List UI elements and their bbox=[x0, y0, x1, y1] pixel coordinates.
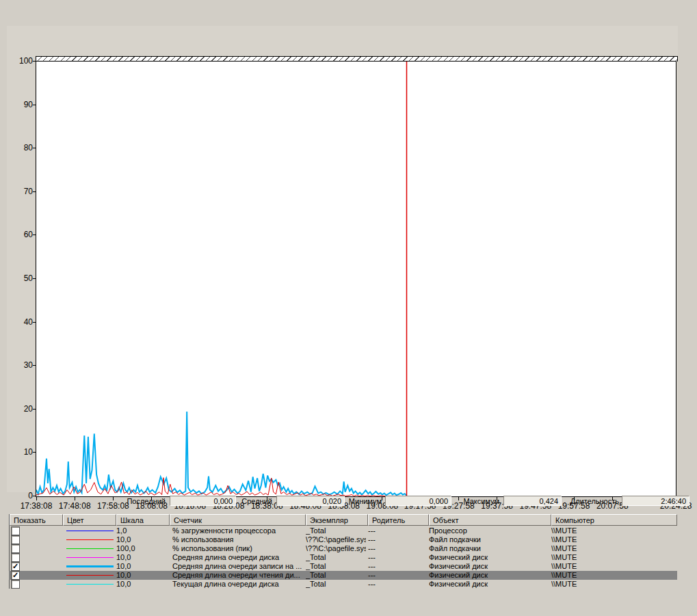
y-axis-tick bbox=[33, 235, 36, 235]
counter-cell-object: Файл подкачки bbox=[429, 544, 549, 553]
y-axis-tick bbox=[33, 365, 36, 366]
counter-cell-counter: Средняя длина очереди диска bbox=[172, 553, 304, 562]
counter-row[interactable]: ✓10,0Средняя длина очереди чтения ди..._… bbox=[9, 571, 677, 580]
counter-cell-scale: 1,0 bbox=[116, 526, 161, 535]
column-header-scale[interactable]: Шкала bbox=[116, 514, 170, 526]
counter-cell-parent: --- bbox=[368, 562, 427, 571]
stat-last-label: Последний bbox=[103, 497, 166, 507]
counter-cell-object: Физический диск bbox=[429, 580, 549, 589]
counter-cell-object: Физический диск bbox=[429, 562, 549, 571]
counter-color-line bbox=[66, 548, 114, 549]
y-axis-tick bbox=[33, 191, 36, 192]
column-header-color[interactable]: Цвет bbox=[63, 514, 116, 526]
counter-color-line bbox=[66, 565, 114, 567]
counter-cell-scale: 100,0 bbox=[116, 544, 161, 553]
show-counter-checkbox[interactable]: ✓ bbox=[11, 571, 20, 580]
show-counter-checkbox[interactable] bbox=[11, 526, 20, 535]
show-counter-checkbox[interactable]: ✓ bbox=[11, 562, 20, 571]
counter-cell-instance: \??\C:\pagefile.sys bbox=[306, 544, 366, 553]
counter-cell-computer: \\MUTE bbox=[551, 562, 674, 571]
counter-row[interactable]: 10,0% использования\??\C:\pagefile.sys--… bbox=[9, 535, 677, 544]
y-axis-label: 30 bbox=[15, 360, 33, 371]
write-queue-series bbox=[36, 412, 407, 496]
y-axis-label: 0 bbox=[15, 491, 33, 501]
counter-cell-scale: 10,0 bbox=[116, 580, 161, 589]
y-axis-label: 70 bbox=[15, 187, 33, 197]
counter-cell-instance: _Total bbox=[306, 580, 366, 589]
system-monitor-window: { "window": {"background": "#d2cec6", "c… bbox=[0, 0, 697, 616]
counter-row[interactable]: 1,0% загруженности процессора_Total---Пр… bbox=[9, 526, 677, 535]
y-axis-label: 80 bbox=[15, 143, 33, 153]
column-header-object[interactable]: Объект bbox=[429, 514, 551, 526]
counter-cell-computer: \\MUTE bbox=[551, 580, 674, 589]
counter-cell-counter: Текущая длина очереди диска bbox=[172, 580, 304, 589]
counter-row[interactable]: 10,0Средняя длина очереди диска_Total---… bbox=[9, 553, 677, 562]
counter-cell-counter: % загруженности процессора bbox=[172, 526, 304, 535]
counter-cell-parent: --- bbox=[368, 544, 427, 553]
counter-cell-counter: % использования bbox=[172, 535, 304, 544]
y-axis-tick bbox=[33, 278, 36, 279]
counter-cell-scale: 10,0 bbox=[116, 562, 161, 571]
show-counter-checkbox[interactable] bbox=[11, 580, 20, 589]
graph-canvas bbox=[36, 62, 676, 496]
show-counter-checkbox[interactable] bbox=[11, 544, 20, 553]
counter-color-line bbox=[66, 584, 114, 585]
counter-cell-parent: --- bbox=[368, 571, 427, 580]
y-axis-tick bbox=[33, 409, 36, 410]
counter-cell-counter: % использования (пик) bbox=[172, 544, 304, 553]
counter-cell-object: Файл подкачки bbox=[429, 535, 549, 544]
counter-cell-object: Физический диск bbox=[429, 553, 549, 562]
counter-cell-parent: --- bbox=[368, 526, 427, 535]
counter-cell-instance: _Total bbox=[306, 553, 366, 562]
y-axis-label: 90 bbox=[15, 100, 33, 110]
counter-cell-computer: \\MUTE bbox=[551, 571, 674, 580]
y-axis-label: 40 bbox=[15, 317, 33, 327]
y-axis-tick bbox=[33, 148, 36, 148]
x-axis-label: 17:38:08 bbox=[14, 501, 58, 511]
counter-cell-computer: \\MUTE bbox=[551, 544, 674, 553]
y-axis-tick bbox=[33, 496, 36, 496]
stat-average-label: Средний bbox=[226, 497, 272, 507]
counter-color-line bbox=[66, 557, 114, 558]
counter-cell-object: Физический диск bbox=[429, 571, 549, 580]
counter-cell-object: Процессор bbox=[429, 526, 549, 535]
counter-color-line bbox=[66, 575, 114, 576]
counter-cell-scale: 10,0 bbox=[116, 553, 161, 562]
stat-minimum-label: Минимум bbox=[334, 497, 382, 507]
x-axis-tick bbox=[36, 497, 37, 500]
counter-cell-computer: \\MUTE bbox=[551, 526, 674, 535]
stat-minimum-value: 0,000 bbox=[385, 496, 451, 506]
counter-row[interactable]: ✓10,0Средняя длина очереди записи на ...… bbox=[9, 562, 677, 571]
x-axis-label: 17:48:08 bbox=[53, 501, 96, 511]
y-axis-label: 10 bbox=[15, 447, 33, 457]
y-axis-tick bbox=[33, 61, 36, 62]
counter-cell-scale: 10,0 bbox=[116, 571, 161, 580]
counter-color-line bbox=[66, 531, 114, 531]
counter-cell-computer: \\MUTE bbox=[551, 553, 674, 562]
column-header-computer[interactable]: Компьютер bbox=[551, 514, 677, 526]
y-axis-label: 60 bbox=[15, 230, 33, 240]
read-queue-series bbox=[36, 478, 407, 496]
column-header-show[interactable]: Показать bbox=[10, 514, 63, 526]
y-axis-tick bbox=[33, 105, 36, 105]
column-header-instance[interactable]: Экземпляр bbox=[306, 514, 368, 526]
y-axis-label: 20 bbox=[15, 404, 33, 414]
counter-cell-counter: Средняя длина очереди записи на ... bbox=[172, 562, 304, 571]
counter-row[interactable]: 100,0% использования (пик)\??\C:\pagefil… bbox=[9, 544, 677, 553]
y-axis-tick bbox=[33, 322, 36, 323]
x-axis-tick bbox=[382, 497, 382, 500]
counter-row[interactable]: 10,0Текущая длина очереди диска_Total---… bbox=[9, 580, 677, 589]
counter-cell-parent: --- bbox=[368, 535, 427, 544]
column-header-counter[interactable]: Счетчик bbox=[170, 514, 306, 526]
counter-cell-instance: _Total bbox=[306, 571, 366, 580]
column-header-parent[interactable]: Родитель bbox=[368, 514, 429, 526]
counter-cell-instance: _Total bbox=[306, 562, 366, 571]
counter-cell-instance: \??\C:\pagefile.sys bbox=[306, 535, 366, 544]
counter-cell-scale: 10,0 bbox=[116, 535, 161, 544]
counter-cell-computer: \\MUTE bbox=[551, 535, 674, 544]
counter-cell-parent: --- bbox=[368, 553, 427, 562]
y-axis-tick bbox=[33, 452, 36, 453]
show-counter-checkbox[interactable] bbox=[11, 553, 20, 562]
show-counter-checkbox[interactable] bbox=[11, 535, 20, 544]
stat-duration-value: 2:46:40 bbox=[622, 496, 689, 506]
